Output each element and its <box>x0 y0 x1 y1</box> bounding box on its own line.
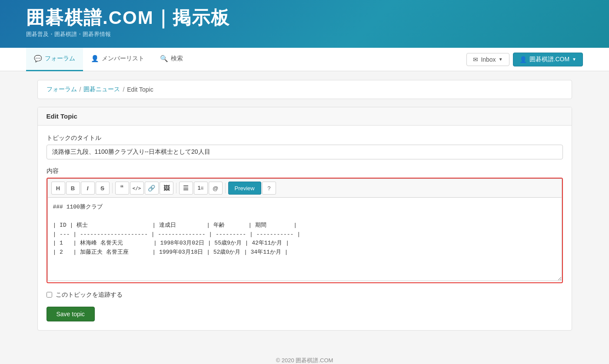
user-dropdown-arrow: ▼ <box>572 57 576 62</box>
breadcrumb-category-link[interactable]: 囲碁ニュース <box>83 86 120 93</box>
members-icon: 👤 <box>91 55 99 63</box>
toolbar-image-btn[interactable]: 🖼 <box>160 182 173 195</box>
toolbar-sep-2 <box>176 183 176 193</box>
site-header: 囲碁棋譜.COM｜掲示板 囲碁普及・囲碁棋譜・囲碁界情報 <box>0 0 609 48</box>
navbar: 💬 フォーラム 👤 メンバーリスト 🔍 検索 ✉ Inbox ▼ 👤 囲碁棋譜.… <box>0 48 609 71</box>
breadcrumb-sep-2: / <box>123 86 124 93</box>
toolbar-heading-btn[interactable]: H <box>51 182 65 195</box>
edit-topic-card: Edit Topic トピックのタイトル 内容 H B I S <box>37 107 572 330</box>
toolbar-link-btn[interactable]: 🔗 <box>145 182 159 195</box>
nav-right: ✉ Inbox ▼ 👤 囲碁棋譜.COM ▼ <box>466 53 583 66</box>
toolbar-preview-btn[interactable]: Preview <box>228 182 261 195</box>
site-footer: © 2020 囲碁棋譜.COM <box>0 348 609 364</box>
breadcrumb: フォーラム / 囲碁ニュース / Edit Topic <box>37 80 572 99</box>
breadcrumb-sep-1: / <box>80 86 81 93</box>
toolbar-bold-btn[interactable]: B <box>66 182 80 195</box>
track-topic-label[interactable]: このトピックを追跡する <box>47 291 563 299</box>
toolbar-sep-3 <box>225 183 226 193</box>
card-title: Edit Topic <box>47 113 77 120</box>
inbox-dropdown-arrow: ▼ <box>499 57 503 62</box>
nav-forum[interactable]: 💬 フォーラム <box>26 48 83 71</box>
toolbar-code-btn[interactable]: </> <box>130 182 144 195</box>
search-icon: 🔍 <box>160 55 168 63</box>
title-field-group: トピックのタイトル <box>47 134 563 159</box>
nav-forum-label: フォーラム <box>45 55 75 63</box>
nav-search[interactable]: 🔍 検索 <box>152 48 191 71</box>
toolbar-quote-btn[interactable]: “ <box>115 182 129 195</box>
inbox-button[interactable]: ✉ Inbox ▼ <box>466 53 509 66</box>
toolbar-help-btn[interactable]: ? <box>262 182 276 195</box>
toolbar-ordered-list-btn[interactable]: 1≡ <box>194 182 208 195</box>
editor-toolbar: H B I S “ </> 🔗 🖼 ☰ 1≡ @ Pr <box>47 179 562 197</box>
user-label: 囲碁棋譜.COM <box>529 56 570 63</box>
toolbar-strikethrough-btn[interactable]: S <box>96 182 110 195</box>
envelope-icon: ✉ <box>473 56 478 63</box>
inbox-label: Inbox <box>481 56 496 63</box>
toolbar-mention-btn[interactable]: @ <box>209 182 223 195</box>
nav-search-label: 検索 <box>171 55 183 63</box>
toolbar-italic-btn[interactable]: I <box>81 182 95 195</box>
forum-icon: 💬 <box>34 55 42 63</box>
breadcrumb-current: Edit Topic <box>127 86 153 93</box>
title-input[interactable] <box>47 145 563 159</box>
content-label: 内容 <box>47 167 563 175</box>
nav-members[interactable]: 👤 メンバーリスト <box>83 48 152 71</box>
nav-members-label: メンバーリスト <box>102 55 144 63</box>
editor-wrapper: H B I S “ </> 🔗 🖼 ☰ 1≡ @ Pr <box>47 178 563 283</box>
title-label: トピックのタイトル <box>47 134 563 142</box>
save-topic-button[interactable]: Save topic <box>47 307 95 321</box>
site-title: 囲碁棋譜.COM｜掲示板 <box>26 8 583 28</box>
content-textarea[interactable] <box>47 197 562 281</box>
user-menu-button[interactable]: 👤 囲碁棋譜.COM ▼ <box>513 53 583 66</box>
site-subtitle: 囲碁普及・囲碁棋譜・囲碁界情報 <box>26 30 583 38</box>
breadcrumb-forum-link[interactable]: フォーラム <box>47 86 77 93</box>
track-label-text: このトピックを追跡する <box>56 291 123 299</box>
content-field-group: 内容 H B I S “ </> 🔗 🖼 <box>47 167 563 283</box>
card-body: トピックのタイトル 内容 H B I S “ </> <box>38 126 572 330</box>
track-topic-checkbox[interactable] <box>47 292 52 298</box>
main-content: フォーラム / 囲碁ニュース / Edit Topic Edit Topic ト… <box>13 71 596 339</box>
toolbar-unordered-list-btn[interactable]: ☰ <box>179 182 193 195</box>
user-icon: 👤 <box>519 56 527 63</box>
nav-left: 💬 フォーラム 👤 メンバーリスト 🔍 検索 <box>26 48 466 71</box>
toolbar-sep-1 <box>112 183 113 193</box>
footer-text: © 2020 囲碁棋譜.COM <box>276 357 333 364</box>
card-header: Edit Topic <box>38 107 572 126</box>
